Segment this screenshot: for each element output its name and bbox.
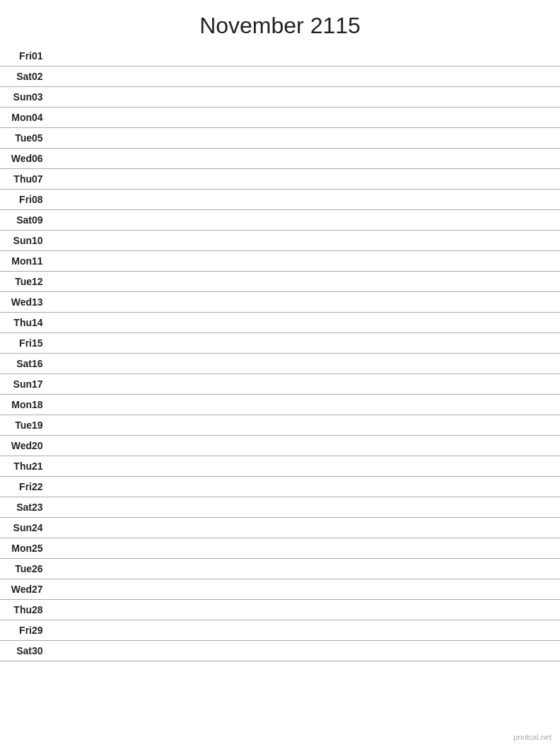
calendar-row: Wed13 — [0, 292, 560, 313]
day-number: 02 — [32, 66, 53, 87]
calendar-row: Sun17 — [0, 374, 560, 395]
calendar-row: Sat16 — [0, 354, 560, 374]
day-writing-area — [53, 538, 560, 559]
calendar-row: Sat09 — [0, 210, 560, 231]
calendar-row: Sat30 — [0, 641, 560, 661]
calendar-row: Fri01 — [0, 46, 560, 66]
calendar-row: Thu28 — [0, 600, 560, 620]
day-name: Wed — [0, 149, 32, 169]
calendar-row: Mon04 — [0, 108, 560, 128]
calendar-row: Sat23 — [0, 497, 560, 518]
calendar-row: Thu21 — [0, 456, 560, 477]
calendar-row: Tue05 — [0, 128, 560, 149]
day-name: Sun — [0, 374, 32, 395]
calendar-row: Fri15 — [0, 333, 560, 354]
day-name: Sun — [0, 518, 32, 538]
day-name: Sat — [0, 641, 32, 661]
day-writing-area — [53, 333, 560, 354]
day-writing-area — [53, 190, 560, 210]
calendar-row: Thu14 — [0, 313, 560, 333]
day-writing-area — [53, 620, 560, 641]
day-writing-area — [53, 87, 560, 108]
calendar-row: Wed27 — [0, 579, 560, 600]
day-name: Thu — [0, 313, 32, 333]
day-writing-area — [53, 313, 560, 333]
day-writing-area — [53, 641, 560, 661]
day-writing-area — [53, 559, 560, 579]
calendar-row: Fri08 — [0, 190, 560, 210]
day-number: 19 — [32, 415, 53, 436]
day-writing-area — [53, 128, 560, 149]
day-name: Sat — [0, 354, 32, 374]
day-number: 03 — [32, 87, 53, 108]
day-name: Sun — [0, 87, 32, 108]
day-name: Mon — [0, 108, 32, 128]
day-number: 01 — [32, 46, 53, 66]
day-number: 21 — [32, 456, 53, 477]
day-writing-area — [53, 456, 560, 477]
day-writing-area — [53, 292, 560, 313]
watermark: printcal.net — [513, 733, 552, 741]
day-number: 26 — [32, 559, 53, 579]
day-number: 30 — [32, 641, 53, 661]
day-name: Fri — [0, 620, 32, 641]
day-name: Fri — [0, 477, 32, 497]
calendar-row: Sun10 — [0, 231, 560, 251]
day-number: 17 — [32, 374, 53, 395]
calendar-row: Sun03 — [0, 87, 560, 108]
calendar-row: Thu07 — [0, 169, 560, 190]
calendar-row: Mon11 — [0, 251, 560, 272]
day-name: Tue — [0, 272, 32, 292]
day-name: Mon — [0, 251, 32, 272]
day-number: 20 — [32, 436, 53, 456]
day-name: Thu — [0, 169, 32, 190]
day-number: 08 — [32, 190, 53, 210]
day-writing-area — [53, 210, 560, 231]
calendar-row: Sat02 — [0, 66, 560, 87]
day-name: Wed — [0, 292, 32, 313]
calendar-row: Tue19 — [0, 415, 560, 436]
day-name: Thu — [0, 456, 32, 477]
day-name: Mon — [0, 395, 32, 415]
day-number: 05 — [32, 128, 53, 149]
day-number: 13 — [32, 292, 53, 313]
page-title: November 2115 — [0, 0, 560, 46]
day-number: 09 — [32, 210, 53, 231]
day-writing-area — [53, 436, 560, 456]
calendar-row: Mon25 — [0, 538, 560, 559]
calendar-row: Tue12 — [0, 272, 560, 292]
day-name: Fri — [0, 190, 32, 210]
day-writing-area — [53, 579, 560, 600]
calendar-row: Tue26 — [0, 559, 560, 579]
day-number: 24 — [32, 518, 53, 538]
day-name: Wed — [0, 579, 32, 600]
day-name: Tue — [0, 128, 32, 149]
day-writing-area — [53, 354, 560, 374]
day-writing-area — [53, 518, 560, 538]
day-writing-area — [53, 395, 560, 415]
day-name: Thu — [0, 600, 32, 620]
day-writing-area — [53, 497, 560, 518]
day-number: 22 — [32, 477, 53, 497]
day-number: 11 — [32, 251, 53, 272]
calendar-table: Fri01Sat02Sun03Mon04Tue05Wed06Thu07Fri08… — [0, 46, 560, 661]
day-name: Fri — [0, 46, 32, 66]
day-number: 18 — [32, 395, 53, 415]
day-number: 06 — [32, 149, 53, 169]
day-number: 10 — [32, 231, 53, 251]
day-writing-area — [53, 169, 560, 190]
day-number: 25 — [32, 538, 53, 559]
day-writing-area — [53, 108, 560, 128]
calendar-row: Wed06 — [0, 149, 560, 169]
day-writing-area — [53, 46, 560, 66]
calendar-row: Fri29 — [0, 620, 560, 641]
day-number: 29 — [32, 620, 53, 641]
calendar-row: Mon18 — [0, 395, 560, 415]
day-number: 14 — [32, 313, 53, 333]
day-number: 12 — [32, 272, 53, 292]
day-writing-area — [53, 477, 560, 497]
day-number: 07 — [32, 169, 53, 190]
day-name: Tue — [0, 415, 32, 436]
day-name: Sun — [0, 231, 32, 251]
day-name: Sat — [0, 66, 32, 87]
